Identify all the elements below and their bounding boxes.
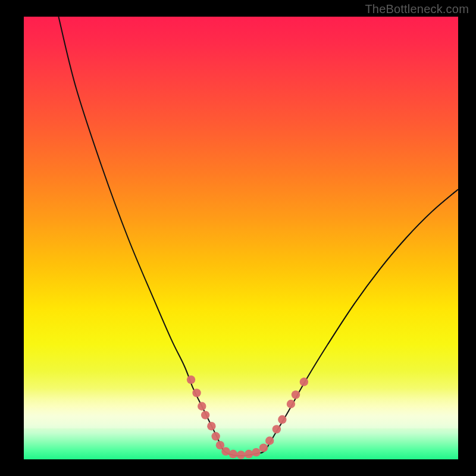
- data-point: [273, 425, 281, 433]
- data-point: [187, 375, 195, 384]
- data-point: [259, 443, 268, 452]
- chart-svg: [24, 17, 458, 459]
- data-point: [211, 432, 220, 440]
- data-point: [192, 389, 201, 397]
- chart-frame: TheBottleneck.com: [0, 0, 476, 476]
- data-point: [292, 390, 300, 399]
- watermark-text: TheBottleneck.com: [365, 2, 469, 16]
- bottleneck-curve-right-tail: [328, 189, 458, 344]
- bottleneck-curve: [58, 17, 458, 456]
- data-point: [245, 450, 253, 458]
- data-point: [252, 448, 260, 456]
- marker-group: [187, 375, 308, 459]
- data-point: [221, 447, 230, 455]
- data-point: [198, 402, 206, 411]
- curve-group: [58, 17, 458, 456]
- data-point: [237, 450, 245, 459]
- data-point: [278, 415, 286, 424]
- data-point: [201, 411, 209, 419]
- data-point: [287, 400, 295, 408]
- data-point: [229, 450, 237, 458]
- plot-area: [24, 17, 458, 459]
- data-point: [207, 422, 215, 430]
- data-point: [265, 437, 274, 445]
- data-point: [300, 378, 308, 386]
